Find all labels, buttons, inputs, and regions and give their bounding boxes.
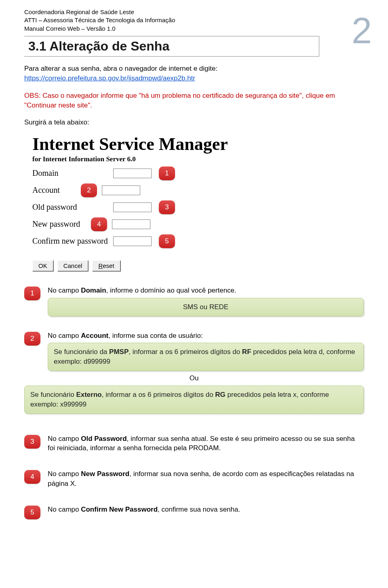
step-2-block: 2 No campo Account, informe sua conta de… — [24, 331, 364, 371]
account-label: Account — [32, 185, 81, 195]
step-5-badge: 5 — [24, 506, 40, 519]
step-5-text-after: , confirme sua nova senha. — [158, 506, 240, 513]
step-1-text-after: , informe o domínio ao qual você pertenc… — [106, 287, 236, 294]
form-row-confirm-password: Confirm new password 5 — [32, 234, 364, 248]
step-4-badge: 4 — [24, 470, 40, 484]
obs-warning: OBS: Caso o navegador informe que "há um… — [24, 91, 364, 110]
reset-rest: eset — [103, 262, 114, 269]
old-password-input[interactable] — [113, 202, 152, 212]
surgira-text: Surgirá a tela abaixo: — [24, 118, 364, 126]
step-5-bold: Confirm New Password — [81, 506, 158, 513]
section-title-box: 3.1 Alteração de Senha — [24, 36, 319, 57]
step-4-content: No campo New Password, informar sua nova… — [48, 469, 364, 489]
ism-screenshot: Internet Service Manager for Internet In… — [32, 134, 364, 271]
new-password-label: New password — [32, 219, 91, 229]
step-3-bold: Old Password — [81, 435, 127, 443]
step-2-ou: Ou — [24, 374, 364, 382]
step-3-text-before: No campo — [48, 435, 81, 443]
callout-badge-4: 4 — [91, 217, 107, 231]
confirm-password-label: Confirm new password — [32, 236, 113, 246]
step-2-green-box-1: Se funcionário da PMSP, informar a os 6 … — [48, 343, 364, 371]
step-4-bold: New Password — [81, 470, 129, 478]
step-3-badge: 3 — [24, 435, 40, 449]
step-3-content: No campo Old Password, informar sua senh… — [48, 434, 364, 453]
step-5-block: 5 No campo Confirm New Password, confirm… — [24, 505, 364, 519]
form-row-new-password: New password 4 — [32, 217, 364, 231]
form-row-domain: Domain 1 — [32, 166, 364, 180]
step-3-block: 3 No campo Old Password, informar sua se… — [24, 434, 364, 453]
g2d: RG — [215, 391, 226, 398]
step-5-content: No campo Confirm New Password, confirme … — [48, 505, 364, 514]
step-1-green-box: SMS ou REDE — [48, 298, 364, 316]
callout-badge-3: 3 — [159, 200, 175, 214]
step-4-text-before: No campo — [48, 470, 81, 478]
ok-button[interactable]: OK — [32, 260, 53, 271]
step-1-block: 1 No campo Domain, informe o domínio ao … — [24, 286, 364, 316]
domain-input[interactable] — [113, 169, 152, 178]
step-1-badge: 1 — [24, 287, 40, 300]
step-5-text-before: No campo — [48, 506, 81, 513]
step-2-bold: Account — [81, 332, 108, 339]
reset-button[interactable]: Reset — [92, 260, 120, 271]
g1a: Se funcionário da — [54, 348, 109, 356]
ism-subtitle: for Internet Information Server 6.0 — [32, 155, 364, 163]
page-number: 2 — [352, 10, 372, 52]
g2a: Se funcionário — [30, 391, 76, 398]
callout-badge-1: 1 — [159, 166, 175, 180]
ism-title: Internet Service Manager — [32, 134, 364, 154]
callout-badge-2: 2 — [81, 183, 97, 197]
form-row-account: Account 2 — [32, 183, 364, 197]
step-2-text-before: No campo — [48, 332, 81, 339]
confirm-password-input[interactable] — [113, 236, 152, 246]
account-input[interactable] — [102, 185, 140, 195]
header-line-3: Manual Correio Web – Versão 1.0 — [24, 25, 364, 33]
step-2-badge: 2 — [24, 332, 40, 346]
g2c: , informar a os 6 primeiros dígitos do — [102, 391, 215, 398]
step-4-block: 4 No campo New Password, informar sua no… — [24, 469, 364, 489]
step-1-content: No campo Domain, informe o domínio ao qu… — [48, 286, 364, 316]
new-password-input[interactable] — [112, 219, 150, 229]
g2b: Externo — [76, 391, 101, 398]
g1b: PMSP — [109, 348, 129, 356]
g1c: , informar a os 6 primeiros dígitos do — [129, 348, 242, 356]
button-row: OK Cancel Reset — [32, 260, 364, 271]
step-1-bold: Domain — [81, 287, 106, 294]
document-header: Coordenadoria Regional de Saúde Leste AT… — [24, 8, 364, 33]
cancel-button[interactable]: Cancel — [57, 260, 89, 271]
intro-url-link[interactable]: https://correio.prefeitura.sp.gov.br/iis… — [24, 74, 195, 82]
step-2-content: No campo Account, informe sua conta de u… — [48, 331, 364, 371]
step-1-text-before: No campo — [48, 287, 81, 294]
step-2-green-box-2: Se funcionário Externo, informar a os 6 … — [24, 386, 364, 414]
old-password-label: Old password — [32, 202, 113, 212]
domain-label: Domain — [32, 169, 113, 178]
section-title: 3.1 Alteração de Senha — [28, 39, 315, 54]
intro-text: Para alterar a sua senha, abra o navegad… — [24, 65, 217, 72]
step-2-text-after: , informe sua conta de usuário: — [108, 332, 202, 339]
form-row-old-password: Old password 3 — [32, 200, 364, 214]
header-line-2: ATTI – Assessoria Técnica de Tecnologia … — [24, 16, 364, 24]
reset-underline: R — [98, 262, 103, 269]
intro-paragraph: Para alterar a sua senha, abra o navegad… — [24, 64, 364, 83]
g1d: RF — [242, 348, 251, 356]
callout-badge-5: 5 — [159, 234, 175, 248]
header-line-1: Coordenadoria Regional de Saúde Leste — [24, 8, 364, 16]
